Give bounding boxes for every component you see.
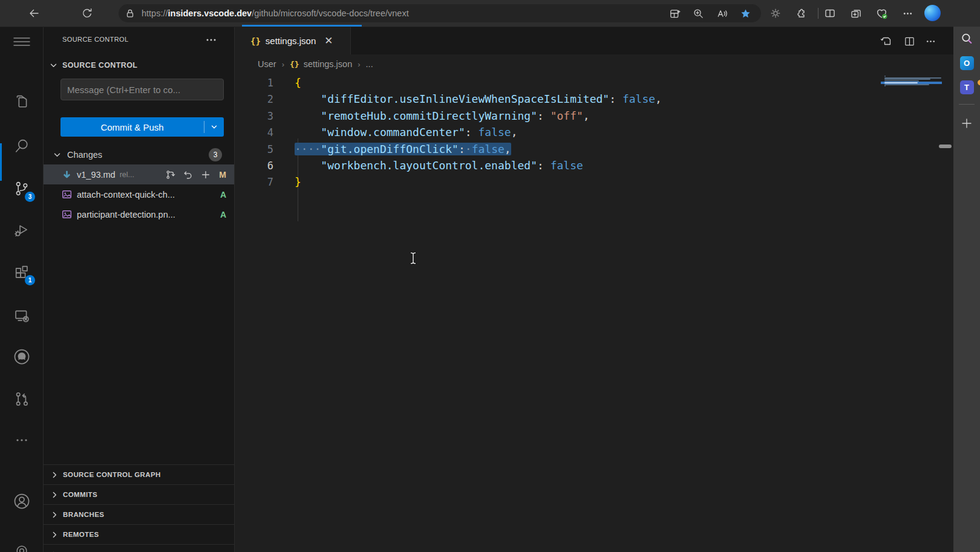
minimap-line: [884, 82, 918, 83]
extensions-icon[interactable]: 1: [0, 258, 44, 287]
outlook-icon[interactable]: O: [953, 52, 980, 74]
section-label: COMMITS: [63, 491, 97, 498]
file-row[interactable]: attach-context-quick-ch...A: [44, 184, 235, 204]
explorer-icon[interactable]: [0, 87, 44, 116]
settings-gear-icon[interactable]: [0, 538, 44, 552]
section-label: REMOTES: [63, 531, 99, 538]
section-remotes[interactable]: REMOTES: [44, 524, 235, 544]
discard-changes-icon[interactable]: [183, 170, 193, 180]
code-line[interactable]: 3 "remoteHub.commitDirectlyWarning": "of…: [235, 108, 953, 125]
minimap-line: [884, 77, 941, 79]
minimap[interactable]: [883, 76, 942, 90]
minimap-line: [884, 84, 929, 85]
read-aloud-icon[interactable]: [712, 4, 731, 23]
add-icon[interactable]: [953, 112, 980, 134]
gear-icon[interactable]: [766, 4, 785, 23]
activity-bar: 3 1: [0, 27, 44, 552]
extensions-puzzle-icon[interactable]: [792, 4, 811, 23]
editor-area: {} settings.json ✕ User › {} settings.js…: [235, 27, 953, 552]
code-line[interactable]: 5····"git.openDiffOnClick":·false,: [235, 141, 953, 158]
section-label: BRANCHES: [63, 511, 104, 518]
browser-essentials-icon[interactable]: [872, 4, 891, 23]
back-icon[interactable]: [24, 4, 44, 23]
line-content: "diffEditor.useInlineViewWhenSpaceIsLimi…: [295, 91, 662, 108]
tab-settings-json[interactable]: {} settings.json ✕: [235, 27, 351, 54]
copilot-icon[interactable]: [924, 5, 941, 21]
line-number: 3: [235, 108, 273, 125]
tab-strip: {} settings.json ✕: [235, 27, 953, 54]
code-line[interactable]: 2 "diffEditor.useInlineViewWhenSpaceIsLi…: [235, 91, 953, 108]
section-source-control[interactable]: SOURCE CONTROL: [44, 56, 235, 75]
accounts-icon[interactable]: [0, 487, 44, 516]
source-control-icon[interactable]: 3: [0, 174, 44, 203]
tab-label: settings.json: [266, 36, 316, 46]
chevron-right-icon: [51, 471, 59, 479]
chevron-right-icon: [51, 511, 59, 519]
json-file-icon: {}: [250, 36, 261, 46]
image-file-icon: [62, 189, 72, 200]
close-tab-icon[interactable]: ✕: [324, 36, 333, 46]
split-screen-icon[interactable]: [820, 4, 840, 23]
collections-icon[interactable]: [846, 4, 866, 23]
ellipsis-icon[interactable]: [204, 34, 218, 45]
git-status-letter: A: [220, 210, 226, 219]
more-views-icon[interactable]: [0, 426, 44, 455]
refresh-icon[interactable]: [77, 4, 97, 23]
url-text: https://insiders.vscode.dev/github/micro…: [142, 8, 665, 18]
section-branches[interactable]: BRANCHES: [44, 504, 235, 524]
commit-and-push-button[interactable]: Commit & Push: [60, 117, 224, 137]
open-changes-file-icon[interactable]: [878, 33, 894, 49]
code-editor[interactable]: 1{2 "diffEditor.useInlineViewWhenSpaceIs…: [235, 74, 953, 552]
menu-icon[interactable]: [0, 27, 44, 56]
workspaces-grid-icon[interactable]: [665, 4, 684, 23]
file-row[interactable]: participant-detection.pn...A: [44, 204, 235, 224]
address-bar[interactable]: https://insiders.vscode.dev/github/micro…: [119, 4, 761, 22]
changes-label: Changes: [67, 150, 102, 160]
stage-changes-icon[interactable]: [201, 170, 211, 180]
section-title: SOURCE CONTROL: [62, 61, 137, 70]
minimap-line: [884, 76, 886, 77]
section-source-control-graph[interactable]: SOURCE CONTROL GRAPH: [44, 464, 235, 484]
breadcrumb: User › {} settings.json › ...: [235, 54, 953, 74]
breadcrumb-user[interactable]: User: [258, 59, 276, 69]
panel-title: SOURCE CONTROL: [62, 36, 129, 43]
lock-icon: [125, 8, 136, 19]
file-row[interactable]: v1_93.mdrel...M: [44, 164, 235, 184]
line-number: 7: [235, 174, 273, 190]
section-commits[interactable]: COMMITS: [44, 484, 235, 504]
open-changes-icon[interactable]: [166, 170, 175, 180]
teams-icon[interactable]: T: [953, 76, 980, 98]
file-actions: [166, 170, 211, 180]
run-debug-icon[interactable]: [0, 216, 44, 245]
minimap-line: [884, 79, 930, 80]
commit-dropdown-chevron[interactable]: [204, 123, 224, 131]
source-control-sidebar: SOURCE CONTROL SOURCE CONTROL Commit & P…: [44, 27, 235, 552]
split-editor-icon[interactable]: [901, 33, 917, 49]
breadcrumb-file[interactable]: settings.json: [304, 59, 353, 69]
search-icon[interactable]: [0, 131, 44, 160]
remote-explorer-icon[interactable]: [0, 301, 44, 330]
git-status-letter: M: [219, 170, 226, 180]
chevron-down-icon: [53, 151, 61, 159]
commit-message-input[interactable]: [60, 79, 224, 100]
github-icon[interactable]: [0, 342, 44, 371]
edge-sidebar: O T: [953, 27, 980, 552]
code-line[interactable]: 1{: [235, 74, 953, 91]
more-actions-icon[interactable]: [923, 33, 938, 49]
favorite-star-icon[interactable]: [736, 4, 755, 23]
changes-header[interactable]: Changes 3: [44, 145, 235, 164]
code-line[interactable]: 6 "workbench.layoutControl.enabled": fal…: [235, 157, 953, 174]
chevron-right-icon: [51, 531, 59, 539]
mouse-cursor-ibeam: [409, 251, 417, 265]
more-menu-icon[interactable]: [898, 4, 917, 23]
code-line[interactable]: 4 "window.commandCenter": false,: [235, 124, 953, 141]
line-number: 4: [235, 124, 273, 141]
section-tags[interactable]: TAGS: [44, 544, 235, 552]
code-line[interactable]: 7}: [235, 174, 953, 190]
breadcrumb-separator: ›: [358, 60, 360, 69]
breadcrumb-more[interactable]: ...: [366, 59, 373, 69]
zoom-in-icon[interactable]: [688, 4, 708, 23]
search-icon[interactable]: [953, 28, 980, 50]
pull-requests-icon[interactable]: [0, 385, 44, 414]
scrollbar-handle[interactable]: [939, 144, 952, 148]
